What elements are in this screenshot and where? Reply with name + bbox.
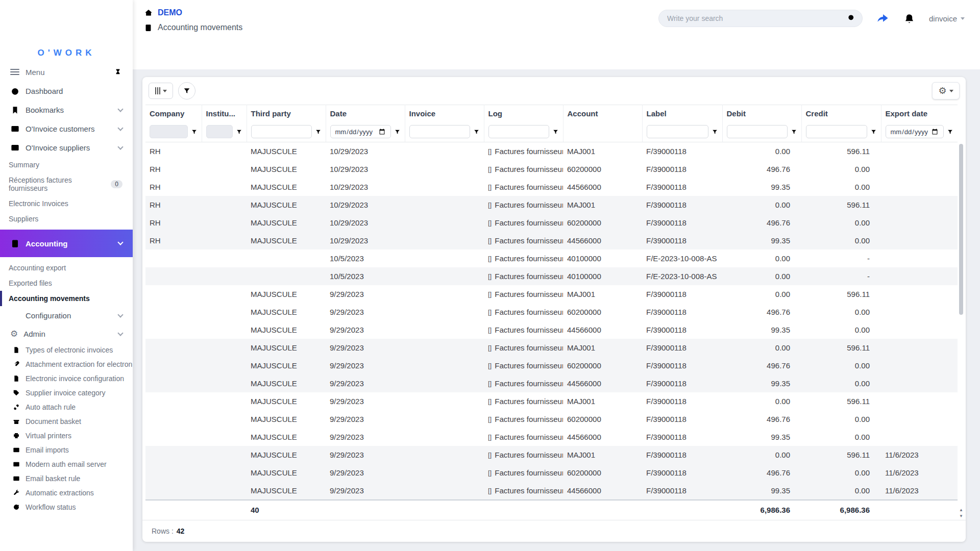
- sidebar-item-electronic-invoices[interactable]: Electronic Invoices: [0, 196, 133, 211]
- funnel-icon[interactable]: [191, 129, 198, 135]
- table-row[interactable]: MAJUSCULE 9/29/2023 []Factures fournisse…: [145, 428, 958, 446]
- table-row[interactable]: MAJUSCULE 9/29/2023 []Factures fournisse…: [145, 339, 958, 357]
- column-header-invoice[interactable]: Invoice: [405, 105, 484, 122]
- filter-date-input[interactable]: [330, 125, 391, 138]
- table-row[interactable]: MAJUSCULE 9/29/2023 []Factures fournisse…: [145, 303, 958, 321]
- sidebar-item-email-basket-rule[interactable]: Email basket rule: [0, 471, 133, 486]
- sidebar-item-virtual-printers[interactable]: Virtual printers: [0, 429, 133, 443]
- table-row[interactable]: RH MAJUSCULE 10/29/2023 []Factures fourn…: [145, 160, 958, 178]
- scroll-down-arrow[interactable]: ▼: [958, 513, 964, 519]
- sidebar-item-attachment-extraction[interactable]: Attachment extraction for electron: [0, 357, 133, 371]
- cell-invoice: [405, 446, 484, 464]
- sidebar-item-exported-files[interactable]: Exported files: [0, 276, 133, 291]
- cell-institution: [202, 374, 247, 392]
- sidebar-item-admin[interactable]: ⚙ Admin: [0, 325, 133, 343]
- sidebar-item-accounting[interactable]: Accounting: [0, 230, 133, 257]
- journal-icon: []: [488, 178, 492, 196]
- table-row[interactable]: MAJUSCULE 9/29/2023 []Factures fournisse…: [145, 374, 958, 392]
- sidebar-item-automatic-extractions[interactable]: Automatic extractions: [0, 486, 133, 500]
- sidebar-item-document-basket[interactable]: Document basket: [0, 414, 133, 429]
- sidebar-item-workflow-status[interactable]: Workflow status: [0, 500, 133, 514]
- sidebar-item-accounting-export[interactable]: Accounting export: [0, 260, 133, 276]
- home-icon: [144, 8, 153, 17]
- table-row[interactable]: RH MAJUSCULE 10/29/2023 []Factures fourn…: [145, 214, 958, 232]
- funnel-icon[interactable]: [947, 129, 953, 135]
- sidebar-item-email-imports[interactable]: Email imports: [0, 443, 133, 457]
- cell-export-date: [881, 249, 958, 267]
- sidebar-item-bookmarks[interactable]: Bookmarks: [0, 101, 133, 119]
- filter-invoice-input[interactable]: [409, 125, 470, 138]
- table-row[interactable]: RH MAJUSCULE 10/29/2023 []Factures fourn…: [145, 178, 958, 196]
- table-row[interactable]: MAJUSCULE 9/29/2023 []Factures fournisse…: [145, 357, 958, 374]
- column-chooser-button[interactable]: [149, 83, 173, 99]
- sidebar-item-oinvoice-suppliers[interactable]: O'Invoice suppliers: [0, 138, 133, 157]
- funnel-icon[interactable]: [552, 129, 559, 135]
- funnel-icon[interactable]: [870, 129, 877, 135]
- sidebar-item-auto-attach-rule[interactable]: Auto attach rule: [0, 400, 133, 414]
- table-row[interactable]: RH MAJUSCULE 10/29/2023 []Factures fourn…: [145, 196, 958, 214]
- column-header-third-party[interactable]: Third party: [247, 105, 326, 122]
- table-row[interactable]: MAJUSCULE 9/29/2023 []Factures fournisse…: [145, 410, 958, 428]
- sidebar-item-configuration[interactable]: Configuration: [0, 306, 133, 325]
- table-row[interactable]: MAJUSCULE 9/29/2023 []Factures fournisse…: [145, 446, 958, 464]
- user-menu[interactable]: dinvoice: [929, 14, 965, 23]
- filter-button[interactable]: [178, 82, 195, 99]
- hamburger-icon[interactable]: [10, 69, 19, 75]
- scroll-up-arrow[interactable]: ▲: [958, 507, 964, 513]
- filter-debit-input[interactable]: [727, 125, 788, 138]
- filter-export-date-input[interactable]: [886, 125, 944, 138]
- column-header-log[interactable]: Log: [484, 105, 563, 122]
- sidebar-item-types-electronic-invoices[interactable]: Types of electronic invoices: [0, 343, 133, 357]
- funnel-icon[interactable]: [236, 129, 242, 135]
- filter-third-party-input[interactable]: [251, 125, 312, 138]
- table-row[interactable]: MAJUSCULE 9/29/2023 []Factures fournisse…: [145, 321, 958, 339]
- sidebar-item-receptions-factures[interactable]: Réceptions factures fournisseurs 0: [0, 172, 133, 196]
- pin-sidebar-icon[interactable]: [113, 67, 122, 77]
- sidebar-item-suppliers[interactable]: Suppliers: [0, 211, 133, 227]
- sidebar-item-dashboard[interactable]: Dashboard: [0, 82, 133, 101]
- funnel-icon[interactable]: [712, 129, 718, 135]
- column-header-account[interactable]: Account: [563, 105, 642, 122]
- column-header-date[interactable]: Date: [326, 105, 405, 122]
- funnel-icon[interactable]: [315, 129, 322, 135]
- column-header-label[interactable]: Label: [642, 105, 722, 122]
- table-row[interactable]: MAJUSCULE 9/29/2023 []Factures fournisse…: [145, 482, 958, 500]
- filter-log-input[interactable]: [488, 125, 549, 138]
- table-row[interactable]: 10/5/2023 []Factures fournisseurs 401000…: [145, 267, 958, 285]
- filter-label-input[interactable]: [647, 125, 708, 138]
- funnel-icon[interactable]: [394, 129, 401, 135]
- cell-label: F/39000118: [642, 446, 722, 464]
- column-header-company[interactable]: Company: [145, 105, 202, 122]
- sidebar-item-modern-auth-email-server[interactable]: Modern auth email server: [0, 457, 133, 471]
- sidebar-item-electronic-invoice-configuration[interactable]: Electronic invoice configuration: [0, 371, 133, 386]
- table-row[interactable]: MAJUSCULE 9/29/2023 []Factures fournisse…: [145, 392, 958, 410]
- grid-settings-button[interactable]: ⚙: [932, 82, 960, 99]
- search-input[interactable]: [658, 10, 863, 27]
- column-header-credit[interactable]: Credit: [801, 105, 881, 122]
- footer-company: [145, 500, 202, 520]
- sidebar-item-supplier-invoice-category[interactable]: Supplier invoice category: [0, 386, 133, 400]
- cell-institution: [202, 392, 247, 410]
- cell-label: F/E-2023-10-008-AS: [642, 249, 722, 267]
- table-row[interactable]: 10/5/2023 []Factures fournisseurs 401000…: [145, 249, 958, 267]
- column-header-debit[interactable]: Debit: [722, 105, 801, 122]
- sidebar-item-oinvoice-customers[interactable]: O'Invoice customers: [0, 119, 133, 138]
- cell-label: F/39000118: [642, 160, 722, 178]
- chevron-down-icon: [117, 125, 123, 131]
- column-header-institution[interactable]: Institu...: [202, 105, 247, 122]
- scrollbar-thumb[interactable]: [959, 144, 963, 315]
- table-row[interactable]: MAJUSCULE 9/29/2023 []Factures fournisse…: [145, 285, 958, 303]
- filter-credit-input[interactable]: [806, 125, 867, 138]
- sidebar-item-summary[interactable]: Summary: [0, 157, 133, 172]
- funnel-icon[interactable]: [791, 129, 797, 135]
- share-icon[interactable]: [876, 12, 890, 26]
- search-icon[interactable]: [847, 13, 856, 22]
- sidebar-item-accounting-movements[interactable]: Accounting movements: [0, 291, 133, 306]
- table-row[interactable]: RH MAJUSCULE 10/29/2023 []Factures fourn…: [145, 232, 958, 249]
- table-row[interactable]: RH MAJUSCULE 10/29/2023 []Factures fourn…: [145, 142, 958, 161]
- column-header-export-date[interactable]: Export date: [881, 105, 958, 122]
- bell-icon[interactable]: [903, 12, 916, 25]
- table-row[interactable]: MAJUSCULE 9/29/2023 []Factures fournisse…: [145, 464, 958, 482]
- funnel-icon[interactable]: [473, 129, 480, 135]
- cell-account: 60200000: [563, 160, 642, 178]
